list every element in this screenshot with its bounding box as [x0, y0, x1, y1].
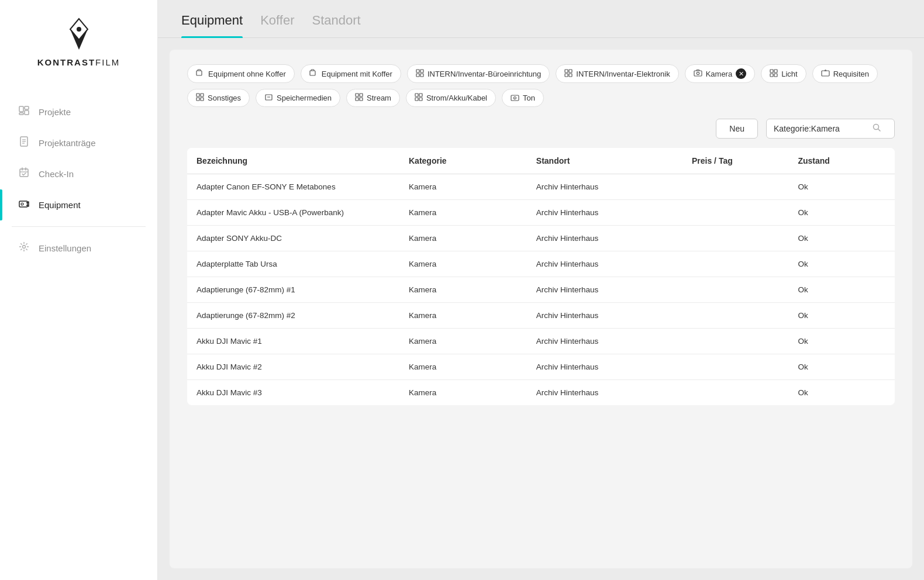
- table-row[interactable]: Adaptierunge (67-82mm) #1 Kamera Archiv …: [187, 277, 895, 303]
- svg-rect-43: [360, 98, 363, 101]
- svg-rect-19: [420, 70, 423, 72]
- svg-rect-21: [420, 74, 423, 77]
- chip-label: Equipment mit Koffer: [322, 70, 392, 78]
- svg-rect-22: [565, 70, 568, 72]
- cell-preis: [682, 226, 789, 251]
- main-content: Equipment Koffer Standort Equipment ohne…: [158, 0, 924, 580]
- cell-zustand: Ok: [788, 200, 895, 226]
- svg-rect-23: [569, 70, 572, 72]
- projekte-icon: [18, 105, 30, 119]
- svg-rect-26: [694, 71, 702, 76]
- chip-licht[interactable]: Licht: [761, 64, 806, 83]
- svg-rect-41: [360, 94, 363, 96]
- chip-stream[interactable]: Stream: [346, 89, 400, 107]
- chip-sonstiges[interactable]: Sonstiges: [187, 89, 250, 107]
- tab-standort[interactable]: Standort: [312, 0, 361, 37]
- svg-rect-30: [770, 74, 773, 77]
- cell-bezeichnung: Akku DJI Mavic #3: [187, 380, 399, 406]
- chip-ohne-koffer[interactable]: Equipment ohne Koffer: [187, 64, 295, 83]
- filter-chips: Equipment ohne Koffer Equipment mit Koff…: [187, 64, 895, 107]
- chip-label: Equipment ohne Koffer: [208, 70, 286, 78]
- tab-equipment[interactable]: Equipment: [181, 0, 243, 37]
- col-preis: Preis / Tag: [682, 148, 789, 174]
- table-row[interactable]: Akku DJI Mavic #3 Kamera Archiv Hinterha…: [187, 380, 895, 406]
- cell-standort: Archiv Hinterhaus: [527, 380, 682, 406]
- table-row[interactable]: Adaptierunge (67-82mm) #2 Kamera Archiv …: [187, 303, 895, 329]
- chip-label: Stream: [367, 94, 391, 102]
- cell-standort: Archiv Hinterhaus: [527, 329, 682, 354]
- chip-remove-button[interactable]: ✕: [736, 68, 746, 79]
- table-row[interactable]: Adapter Mavic Akku - USB-A (Powerbank) K…: [187, 200, 895, 226]
- sidebar-item-einstellungen[interactable]: Einstellungen: [0, 233, 157, 264]
- svg-rect-47: [419, 98, 422, 101]
- svg-rect-31: [774, 74, 777, 77]
- search-icon[interactable]: [872, 123, 881, 134]
- chip-icon: [821, 69, 830, 78]
- svg-rect-32: [822, 71, 829, 76]
- cell-standort: Archiv Hinterhaus: [527, 303, 682, 329]
- cell-zustand: Ok: [788, 277, 895, 303]
- chip-label: Strom/Akku/Kabel: [426, 94, 487, 102]
- table-body: Adapter Canon EF-SONY E Metabones Kamera…: [187, 174, 895, 406]
- sidebar-item-projekte[interactable]: Projekte: [0, 96, 157, 127]
- toolbar-row: Neu: [187, 119, 895, 139]
- sidebar-item-checkin[interactable]: Check-In: [0, 158, 157, 189]
- svg-rect-37: [201, 98, 204, 101]
- table-row[interactable]: Akku DJI Mavic #1 Kamera Archiv Hinterha…: [187, 329, 895, 354]
- svg-rect-48: [511, 95, 519, 101]
- chip-label: Requisiten: [833, 70, 869, 78]
- svg-rect-45: [419, 94, 422, 96]
- cell-preis: [682, 200, 789, 226]
- cell-preis: [682, 303, 789, 329]
- cell-kategorie: Kamera: [399, 174, 527, 200]
- chip-intern-buero[interactable]: INTERN/Inventar-Büroeinrichtung: [407, 64, 550, 83]
- cell-preis: [682, 251, 789, 277]
- cell-zustand: Ok: [788, 329, 895, 354]
- cell-standort: Archiv Hinterhaus: [527, 277, 682, 303]
- cell-preis: [682, 174, 789, 200]
- search-input[interactable]: [774, 124, 867, 133]
- chip-mit-koffer[interactable]: Equipment mit Koffer: [301, 64, 401, 83]
- chip-label: Sonstiges: [208, 94, 241, 102]
- table-row[interactable]: Adapterplatte Tab Ursa Kamera Archiv Hin…: [187, 251, 895, 277]
- cell-kategorie: Kamera: [399, 380, 527, 406]
- cell-zustand: Ok: [788, 174, 895, 200]
- chip-label: Kamera: [706, 70, 733, 78]
- chip-speichermedien[interactable]: Speichermedien: [256, 89, 340, 107]
- sidebar-item-projektantraege[interactable]: Projektanträge: [0, 127, 157, 158]
- svg-rect-4: [19, 113, 23, 115]
- cell-kategorie: Kamera: [399, 329, 527, 354]
- svg-rect-36: [196, 98, 199, 101]
- tab-koffer[interactable]: Koffer: [260, 0, 294, 37]
- chip-icon: [355, 93, 363, 103]
- logo-area: KONTRASTFILM: [37, 18, 120, 67]
- chip-strom-akku[interactable]: Strom/Akku/Kabel: [406, 89, 496, 107]
- chip-ton[interactable]: Ton: [502, 89, 544, 107]
- sidebar-item-equipment[interactable]: Equipment: [0, 189, 157, 220]
- equipment-icon: [18, 198, 30, 212]
- cell-bezeichnung: Adapter SONY Akku-DC: [187, 226, 399, 251]
- table-header: Bezeichnung Kategorie Standort Preis / T…: [187, 148, 895, 174]
- neu-button[interactable]: Neu: [716, 119, 758, 139]
- chip-icon: [511, 94, 519, 103]
- cell-bezeichnung: Akku DJI Mavic #1: [187, 329, 399, 354]
- chip-label: Speichermedien: [277, 94, 332, 102]
- table-row[interactable]: Adapter Canon EF-SONY E Metabones Kamera…: [187, 174, 895, 200]
- cell-bezeichnung: Adapterplatte Tab Ursa: [187, 251, 399, 277]
- chip-icon: [309, 68, 318, 79]
- svg-marker-33: [825, 70, 826, 71]
- col-bezeichnung: Bezeichnung: [187, 148, 399, 174]
- table-row[interactable]: Akku DJI Mavic #2 Kamera Archiv Hinterha…: [187, 354, 895, 380]
- chip-icon: [564, 69, 573, 79]
- chip-label: INTERN/Inventar-Elektronik: [576, 70, 670, 78]
- col-kategorie: Kategorie: [399, 148, 527, 174]
- col-standort: Standort: [527, 148, 682, 174]
- chip-intern-elektronik[interactable]: INTERN/Inventar-Elektronik: [556, 64, 678, 83]
- equipment-table: Bezeichnung Kategorie Standort Preis / T…: [187, 148, 895, 405]
- chip-kamera[interactable]: Kamera ✕: [685, 64, 756, 83]
- cell-bezeichnung: Adaptierunge (67-82mm) #1: [187, 277, 399, 303]
- cell-preis: [682, 329, 789, 354]
- table-row[interactable]: Adapter SONY Akku-DC Kamera Archiv Hinte…: [187, 226, 895, 251]
- svg-rect-28: [770, 70, 773, 72]
- chip-requisiten[interactable]: Requisiten: [812, 64, 878, 83]
